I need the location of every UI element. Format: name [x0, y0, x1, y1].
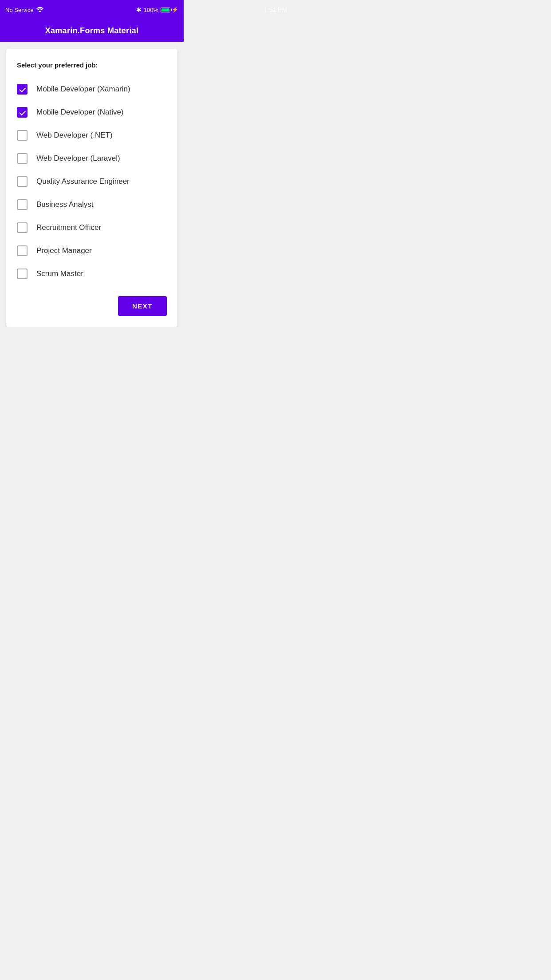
- checkbox-box-qa-engineer[interactable]: [17, 176, 28, 187]
- checkbox-item-scrum-master[interactable]: Scrum Master: [17, 262, 167, 285]
- battery-icon: [161, 8, 170, 12]
- checkbox-box-mobile-native[interactable]: [17, 107, 28, 118]
- status-bar: No Service 1:51 PM ✱ 100% ⚡: [0, 0, 184, 20]
- checkbox-box-web-dotnet[interactable]: [17, 130, 28, 141]
- no-service-text: No Service: [5, 7, 34, 13]
- checkbox-label-mobile-xamarin: Mobile Developer (Xamarin): [36, 85, 130, 94]
- checkbox-item-recruitment-officer[interactable]: Recruitment Officer: [17, 216, 167, 239]
- content-area: Select your preferred job: Mobile Develo…: [0, 42, 184, 327]
- checkbox-box-web-laravel[interactable]: [17, 153, 28, 164]
- app-title: Xamarin.Forms Material: [45, 26, 139, 36]
- checkbox-item-mobile-xamarin[interactable]: Mobile Developer (Xamarin): [17, 78, 167, 101]
- checkbox-item-web-dotnet[interactable]: Web Developer (.NET): [17, 124, 167, 147]
- checkbox-item-mobile-native[interactable]: Mobile Developer (Native): [17, 101, 167, 124]
- form-card: Select your preferred job: Mobile Develo…: [6, 49, 177, 327]
- checkbox-label-qa-engineer: Quality Assurance Engineer: [36, 177, 130, 186]
- checkbox-item-business-analyst[interactable]: Business Analyst: [17, 193, 167, 216]
- bluetooth-icon: ✱: [136, 6, 142, 13]
- status-left: No Service: [5, 7, 43, 13]
- section-label: Select your preferred job:: [17, 61, 167, 69]
- status-right: ✱ 100% ⚡: [136, 6, 178, 13]
- checkbox-box-business-analyst[interactable]: [17, 199, 28, 210]
- checkbox-box-mobile-xamarin[interactable]: [17, 84, 28, 95]
- next-button[interactable]: NEXT: [118, 296, 167, 316]
- battery-percent: 100%: [144, 7, 158, 13]
- checkbox-label-business-analyst: Business Analyst: [36, 200, 94, 209]
- app-bar: Xamarin.Forms Material: [0, 20, 184, 42]
- checkbox-label-mobile-native: Mobile Developer (Native): [36, 108, 124, 117]
- checkbox-label-scrum-master: Scrum Master: [36, 269, 83, 278]
- checkbox-label-project-manager: Project Manager: [36, 246, 92, 255]
- wifi-icon: [36, 7, 43, 13]
- checkbox-box-scrum-master[interactable]: [17, 269, 28, 279]
- charging-icon: ⚡: [172, 7, 178, 13]
- checkbox-box-recruitment-officer[interactable]: [17, 222, 28, 233]
- checkbox-item-web-laravel[interactable]: Web Developer (Laravel): [17, 147, 167, 170]
- checkbox-list: Mobile Developer (Xamarin)Mobile Develop…: [17, 78, 167, 285]
- checkbox-label-web-laravel: Web Developer (Laravel): [36, 154, 120, 163]
- checkbox-label-web-dotnet: Web Developer (.NET): [36, 131, 113, 140]
- checkbox-label-recruitment-officer: Recruitment Officer: [36, 223, 101, 232]
- button-row: NEXT: [17, 296, 167, 316]
- checkbox-item-qa-engineer[interactable]: Quality Assurance Engineer: [17, 170, 167, 193]
- checkbox-item-project-manager[interactable]: Project Manager: [17, 239, 167, 262]
- checkbox-box-project-manager[interactable]: [17, 245, 28, 256]
